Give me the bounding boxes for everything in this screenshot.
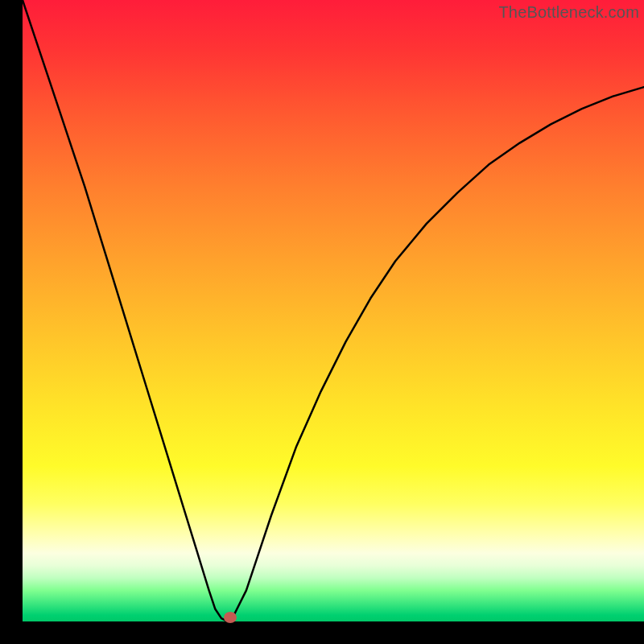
chart-svg: [23, 0, 644, 621]
bottleneck-curve: [23, 0, 644, 621]
marker-dot: [224, 612, 237, 623]
watermark-text: TheBottleneck.com: [498, 3, 639, 22]
chart-frame: TheBottleneck.com: [0, 0, 644, 644]
